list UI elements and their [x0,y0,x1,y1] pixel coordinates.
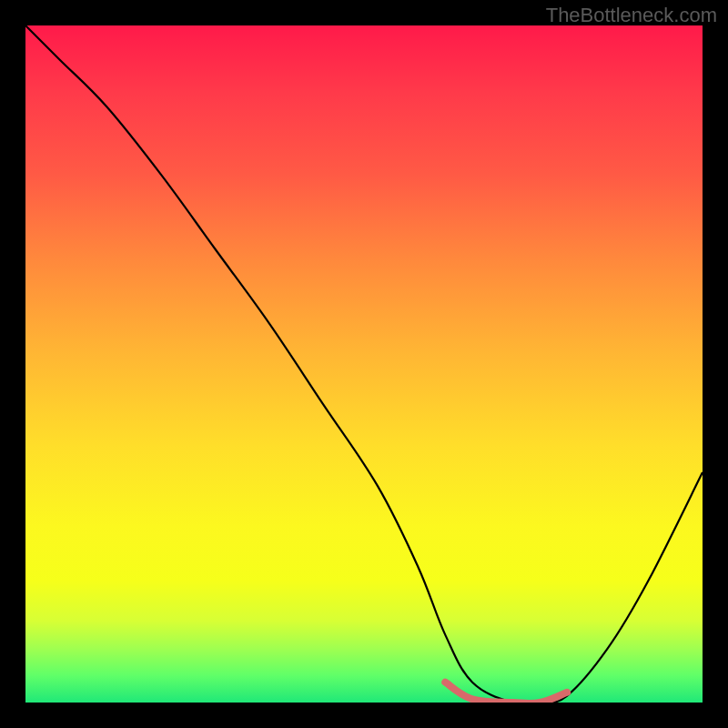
watermark-text: TheBottleneck.com [546,4,717,27]
chart-svg [25,25,703,703]
plot-area [25,25,703,703]
highlight-segment [445,682,567,703]
bottleneck-curve [25,25,703,703]
